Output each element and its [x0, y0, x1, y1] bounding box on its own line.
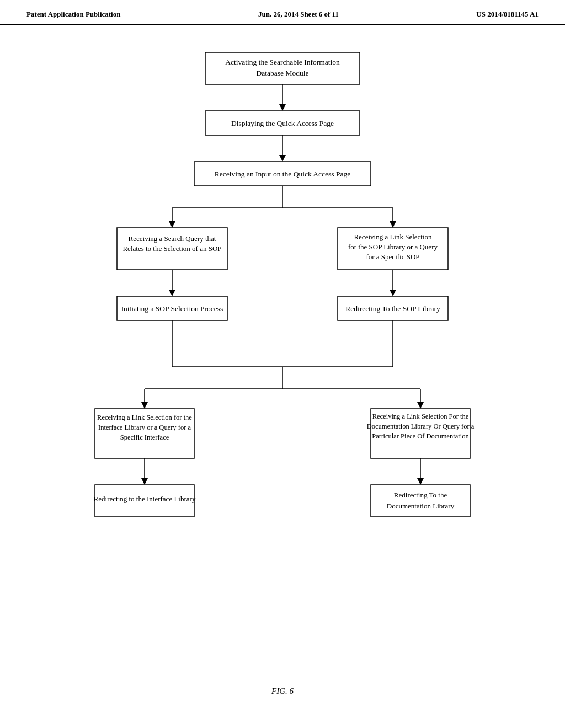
svg-text:Documentation Library: Documentation Library	[387, 502, 455, 510]
svg-marker-13	[390, 221, 396, 228]
svg-text:Database Module: Database Module	[257, 69, 309, 77]
svg-text:Interface Library or a Query f: Interface Library or a Query for a	[98, 424, 191, 431]
figure-label: FIG. 6	[0, 687, 565, 696]
node4-left-text: Receiving a Search Query that	[129, 234, 216, 243]
node7-left-text: Redirecting to the Interface Library	[94, 495, 196, 503]
svg-marker-34	[417, 402, 424, 409]
svg-text:Specific Interface: Specific Interface	[120, 433, 169, 441]
node5-right-text: Redirecting To the SOP Library	[345, 304, 440, 313]
svg-marker-44	[417, 478, 424, 485]
svg-text:Particular Piece Of Documentat: Particular Piece Of Documentation	[372, 432, 469, 440]
svg-marker-3	[279, 104, 286, 111]
svg-marker-20	[169, 290, 175, 296]
header-right: US 2014/0181145 A1	[476, 10, 539, 19]
svg-rect-46	[371, 485, 470, 517]
node2-text: Displaying the Quick Access Page	[231, 119, 334, 127]
node6-left-text: Receiving a Link Selection for the	[97, 414, 192, 421]
node1-text: Activating the Searchable Information	[225, 58, 340, 66]
svg-marker-6	[279, 155, 286, 162]
node7-right-text: Redirecting To the	[394, 491, 447, 499]
header-left: Patent Application Publication	[26, 10, 120, 19]
flowchart-svg: Activating the Searchable Information Da…	[84, 47, 481, 654]
svg-marker-22	[390, 290, 396, 296]
header-center: Jun. 26, 2014 Sheet 6 of 11	[258, 10, 339, 19]
svg-marker-32	[141, 402, 148, 409]
svg-marker-11	[169, 221, 175, 228]
diagram-container: Activating the Searchable Information Da…	[0, 25, 565, 665]
node5-left-text: Initiating a SOP Selection Process	[121, 304, 223, 313]
node3-text: Receiving an Input on the Quick Access P…	[215, 170, 350, 178]
page-header: Patent Application Publication Jun. 26, …	[0, 0, 565, 25]
node4-right-text: Receiving a Link Selection	[354, 233, 432, 241]
node6-right-text: Receiving a Link Selection For the	[372, 413, 469, 420]
svg-text:Documentation Library Or Query: Documentation Library Or Query for a	[367, 422, 475, 430]
svg-marker-42	[141, 478, 148, 485]
svg-text:for the SOP Library or a Query: for the SOP Library or a Query	[348, 243, 438, 251]
svg-rect-0	[205, 52, 360, 84]
svg-text:Relates to the Selection of an: Relates to the Selection of an SOP	[122, 244, 221, 253]
svg-text:for a Specific SOP: for a Specific SOP	[366, 253, 419, 261]
